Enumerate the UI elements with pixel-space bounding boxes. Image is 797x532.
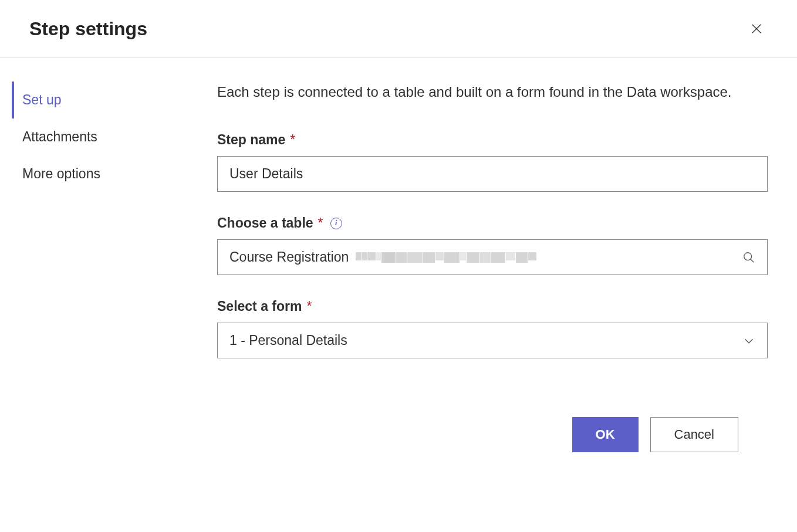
select-form-dropdown[interactable]: 1 - Personal Details [217,323,768,358]
chevron-down-icon [742,334,755,347]
choose-table-label-row: Choose a table * i [217,215,768,231]
select-form-label-row: Select a form * [217,299,768,314]
search-icon [742,251,755,264]
choose-table-value: Course Registration [229,249,349,265]
dialog-footer: OK Cancel [217,417,768,452]
required-indicator: * [318,215,323,231]
ok-button[interactable]: OK [572,417,639,452]
cancel-button[interactable]: Cancel [650,417,738,452]
step-name-label: Step name [217,132,285,148]
svg-point-2 [744,252,752,260]
choose-table-label: Choose a table [217,215,313,231]
select-form-value: 1 - Personal Details [229,333,742,348]
field-choose-table: Choose a table * i Course Registration [217,215,768,275]
close-icon [750,22,763,35]
dialog-body: Set up Attachments More options Each ste… [0,58,797,452]
redacted-text [356,252,536,263]
choose-table-lookup[interactable]: Course Registration [217,239,768,275]
dialog-header: Step settings [0,0,797,58]
svg-line-3 [751,259,754,262]
step-name-input[interactable] [217,156,768,192]
sidebar-item-more-options[interactable]: More options [12,155,200,192]
main-content: Each step is connected to a table and bu… [200,82,797,452]
info-icon[interactable]: i [330,218,342,229]
dialog-title: Step settings [29,18,147,40]
sidebar: Set up Attachments More options [0,82,200,452]
step-name-label-row: Step name * [217,132,768,148]
sidebar-item-attachments[interactable]: Attachments [12,118,200,155]
sidebar-item-setup[interactable]: Set up [12,82,200,118]
field-step-name: Step name * [217,132,768,192]
close-button[interactable] [745,18,768,40]
setup-description: Each step is connected to a table and bu… [217,82,768,103]
field-select-form: Select a form * 1 - Personal Details [217,299,768,358]
select-form-label: Select a form [217,299,302,314]
required-indicator: * [306,299,312,314]
required-indicator: * [290,132,295,148]
